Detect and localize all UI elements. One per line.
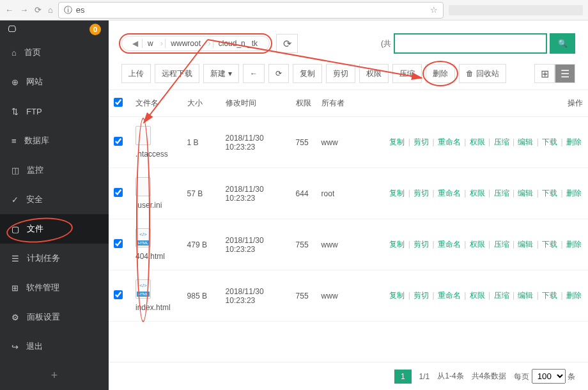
row-op-复制[interactable]: 复制 [389, 291, 405, 300]
search-input[interactable] [394, 33, 547, 54]
sidebar-item-7[interactable]: ☰计划任务 [0, 244, 109, 273]
browser-reload-icon[interactable]: ⟳ [35, 5, 42, 15]
row-op-重命名[interactable]: 重命名 [438, 137, 461, 146]
row-checkbox[interactable] [114, 290, 123, 299]
row-op-编辑[interactable]: 编辑 [518, 240, 533, 249]
row-op-编辑[interactable]: 编辑 [518, 189, 533, 198]
row-op-权限[interactable]: 权限 [470, 291, 485, 300]
browser-back-icon[interactable]: ← [5, 5, 13, 15]
menu-icon: ≡ [12, 136, 17, 146]
row-op-压缩[interactable]: 压缩 [494, 240, 509, 249]
row-op-权限[interactable]: 权限 [470, 240, 485, 249]
row-op-编辑[interactable]: 编辑 [518, 291, 533, 300]
row-op-重命名[interactable]: 重命名 [438, 240, 461, 249]
row-op-下载[interactable]: 下载 [542, 291, 557, 300]
bookmark-star-icon[interactable]: ☆ [430, 5, 438, 15]
row-op-编辑[interactable]: 编辑 [518, 137, 533, 146]
row-op-复制[interactable]: 复制 [389, 189, 405, 198]
menu-label: 计划任务 [27, 253, 60, 264]
row-op-剪切[interactable]: 剪切 [414, 189, 429, 198]
search-button[interactable]: 🔍 [550, 33, 575, 54]
sidebar-item-6[interactable]: ▢文件 [0, 214, 109, 244]
sidebar-item-10[interactable]: ↪退出 [0, 332, 109, 361]
remote-download-button[interactable]: 远程下载 [155, 64, 199, 83]
menu-label: 面板设置 [27, 311, 60, 323]
search-prefix: (共 [381, 38, 391, 49]
row-op-重命名[interactable]: 重命名 [438, 291, 461, 300]
copy-button[interactable]: 复制 [293, 64, 322, 83]
toolbar: 上传 远程下载 新建 ▾ ← ⟳ 复制 剪切 权限 压缩 删除 🗑 回收站 ⊞ … [109, 60, 588, 90]
row-op-剪切[interactable]: 剪切 [414, 240, 429, 249]
row-op-权限[interactable]: 权限 [470, 189, 485, 198]
file-perm: 755 [291, 219, 316, 270]
sidebar-add-button[interactable]: + [0, 361, 109, 390]
sidebar-item-9[interactable]: ⚙面板设置 [0, 302, 109, 332]
browser-forward-icon[interactable]: → [20, 5, 28, 15]
menu-icon: ☰ [12, 254, 19, 263]
trash-button[interactable]: 🗑 回收站 [459, 64, 506, 83]
row-op-删除[interactable]: 删除 [566, 291, 582, 300]
row-op-剪切[interactable]: 剪切 [414, 137, 429, 146]
row-op-删除[interactable]: 删除 [566, 240, 582, 249]
breadcrumb-seg-0[interactable]: w [142, 39, 159, 48]
notification-badge[interactable]: 0 [89, 24, 101, 35]
row-op-下载[interactable]: 下载 [542, 189, 557, 198]
upload-button[interactable]: 上传 [121, 64, 151, 83]
row-op-删除[interactable]: 删除 [566, 189, 582, 198]
sidebar-item-2[interactable]: ⇅FTP [0, 97, 109, 126]
new-button[interactable]: 新建 ▾ [203, 64, 239, 83]
col-perm[interactable]: 权限 [291, 90, 316, 117]
row-op-复制[interactable]: 复制 [389, 137, 405, 146]
row-op-下载[interactable]: 下载 [542, 240, 557, 249]
row-op-下载[interactable]: 下载 [542, 137, 557, 146]
menu-icon: ⇅ [12, 107, 19, 116]
sidebar-item-0[interactable]: ⌂首页 [0, 38, 109, 67]
row-checkbox[interactable] [114, 188, 123, 197]
row-op-剪切[interactable]: 剪切 [414, 291, 429, 300]
list-view-button[interactable]: ☰ [555, 64, 575, 83]
permission-button[interactable]: 权限 [359, 64, 389, 83]
sidebar-item-5[interactable]: ✓安全 [0, 185, 109, 214]
grid-view-button[interactable]: ⊞ [534, 64, 555, 83]
compress-button[interactable]: 压缩 [392, 64, 422, 83]
col-owner[interactable]: 所有者 [316, 90, 355, 117]
page-current[interactable]: 1 [394, 370, 412, 384]
file-name[interactable]: 404.html [135, 252, 177, 261]
row-op-重命名[interactable]: 重命名 [438, 189, 461, 198]
browser-url-box[interactable]: ⓘ es ☆ [58, 2, 444, 19]
col-name[interactable]: 文件名 [130, 90, 182, 117]
page-size-select[interactable]: 100 [532, 369, 566, 384]
file-name[interactable]: .user.ini [135, 201, 177, 210]
file-name[interactable]: index.html [135, 303, 177, 312]
row-checkbox[interactable] [114, 137, 123, 146]
file-name[interactable]: .htaccess [135, 150, 177, 159]
sidebar-item-8[interactable]: ⊞软件管理 [0, 273, 109, 302]
breadcrumb-back-icon[interactable]: ◀ [128, 39, 142, 48]
cut-button[interactable]: 剪切 [326, 64, 355, 83]
row-op-压缩[interactable]: 压缩 [494, 137, 509, 146]
delete-button[interactable]: 删除 [426, 64, 455, 83]
sidebar-item-3[interactable]: ≡数据库 [0, 126, 109, 155]
col-size[interactable]: 大小 [182, 90, 220, 117]
menu-label: FTP [26, 107, 42, 116]
col-time[interactable]: 修改时间 [220, 90, 291, 117]
row-op-复制[interactable]: 复制 [389, 240, 405, 249]
select-all-checkbox[interactable] [114, 98, 123, 107]
breadcrumb-seg-2[interactable]: cloud_n _tk [213, 39, 263, 48]
row-op-删除[interactable]: 删除 [566, 137, 582, 146]
file-perm: 755 [291, 270, 316, 322]
row-op-权限[interactable]: 权限 [470, 137, 485, 146]
back-button[interactable]: ← [243, 64, 265, 83]
sidebar-logo: 🖵 0 [0, 20, 109, 38]
breadcrumb-seg-1[interactable]: wwwroot [165, 39, 206, 48]
row-checkbox[interactable] [114, 239, 123, 248]
path-refresh-button[interactable]: ⟳ [276, 34, 298, 53]
sidebar-item-1[interactable]: ⊕网站 [0, 67, 109, 97]
browser-home-icon[interactable]: ⌂ [48, 5, 53, 15]
sidebar-item-4[interactable]: ◫监控 [0, 155, 109, 185]
info-icon: ⓘ [64, 4, 72, 16]
breadcrumb[interactable]: ◀ w › wwwroot › cloud_n _tk [121, 36, 270, 51]
row-op-压缩[interactable]: 压缩 [494, 291, 509, 300]
row-op-压缩[interactable]: 压缩 [494, 189, 509, 198]
refresh-button[interactable]: ⟳ [268, 64, 289, 83]
